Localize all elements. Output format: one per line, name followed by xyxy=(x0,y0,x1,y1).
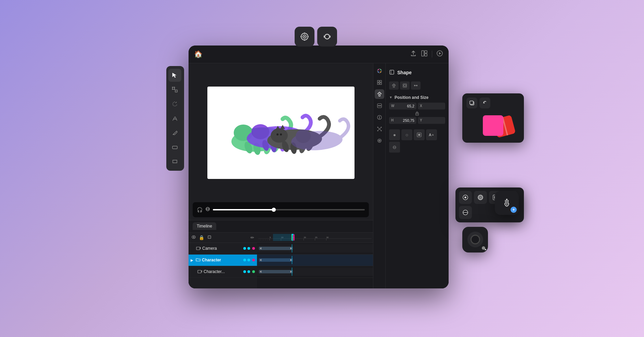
visibility-icon[interactable] xyxy=(207,235,212,241)
svg-rect-19 xyxy=(172,146,177,149)
pos-header[interactable]: ▼ Position and Size xyxy=(389,94,445,103)
svg-rect-57 xyxy=(196,247,200,250)
target-button[interactable] xyxy=(295,27,314,47)
floating-usb-btn[interactable]: + xyxy=(495,191,519,215)
panel-content: Shape xyxy=(386,63,449,288)
paint-tool[interactable] xyxy=(168,112,181,125)
svg-line-138 xyxy=(392,84,394,86)
layer-row-character[interactable]: ▶ Character xyxy=(189,255,257,266)
camera-sub-icon xyxy=(197,269,202,275)
h-label: H xyxy=(391,118,394,122)
shape-tool-3[interactable] xyxy=(411,81,421,90)
svg-rect-113 xyxy=(380,83,382,85)
pen-tool[interactable] xyxy=(168,126,181,139)
svg-rect-92 xyxy=(259,270,293,273)
home-button[interactable]: 🏠 xyxy=(194,50,203,58)
panel-icon-palette[interactable] xyxy=(375,66,384,76)
export-button[interactable] xyxy=(410,50,417,59)
timeline-body: 🔒 ✏ xyxy=(189,233,373,288)
pos-chevron: ▼ xyxy=(389,95,392,99)
transform-tool[interactable] xyxy=(168,83,181,96)
svg-point-52 xyxy=(208,209,209,210)
sync-button[interactable] xyxy=(317,27,337,47)
eraser-tool[interactable] xyxy=(168,141,181,154)
svg-point-166 xyxy=(505,200,506,201)
width-field[interactable]: W 65,2 xyxy=(389,103,416,109)
layer-row-character-sub[interactable]: Character... xyxy=(189,266,257,278)
shape-tool-1[interactable] xyxy=(389,81,399,90)
blend-btn-4[interactable]: A ▲ xyxy=(426,129,437,140)
x-field[interactable]: X xyxy=(418,103,445,109)
svg-line-129 xyxy=(378,127,379,128)
lock-button[interactable] xyxy=(415,111,420,116)
svg-point-143 xyxy=(414,85,415,86)
svg-point-107 xyxy=(380,69,381,70)
svg-point-14 xyxy=(172,89,173,90)
svg-line-139 xyxy=(394,84,396,86)
panel-icon-grid[interactable] xyxy=(375,78,384,87)
layer-row-camera[interactable]: Camera xyxy=(189,243,257,255)
track-row-character-sub xyxy=(257,266,373,278)
svg-point-105 xyxy=(377,69,382,73)
svg-rect-136 xyxy=(390,70,394,74)
svg-point-142 xyxy=(404,85,406,87)
blend-mode-1[interactable] xyxy=(459,191,472,204)
transport-icon-2 xyxy=(205,207,210,212)
pos-title: Position and Size xyxy=(395,95,428,100)
shape-tool-2[interactable] xyxy=(400,81,410,90)
lock-row xyxy=(389,111,445,116)
blend-mode-2[interactable] xyxy=(474,191,487,204)
layout-button[interactable] xyxy=(421,50,428,59)
header-divider xyxy=(432,51,432,57)
track-row-camera xyxy=(257,243,373,255)
character-sub-name: Character... xyxy=(204,269,242,274)
h-value: 250,75 xyxy=(395,118,414,122)
pencil-icon[interactable]: ✏ xyxy=(250,235,254,240)
panel-icon-plus[interactable] xyxy=(375,136,384,145)
svg-text:5: 5 xyxy=(270,236,271,238)
eye-icon[interactable] xyxy=(191,235,196,241)
svg-point-120 xyxy=(380,105,381,106)
svg-rect-87 xyxy=(259,258,293,262)
svg-line-114 xyxy=(377,92,379,94)
progress-track[interactable] xyxy=(213,209,365,210)
camera-dot-3 xyxy=(252,247,255,250)
blend-mode-5[interactable] xyxy=(459,206,472,219)
timeline-tab[interactable]: Timeline xyxy=(193,222,216,230)
camera-layer-icon xyxy=(196,246,201,251)
y-field[interactable]: Y xyxy=(418,117,445,124)
svg-rect-151 xyxy=(470,101,473,104)
transport-icon-1: 🎧 xyxy=(197,207,203,212)
rectangle-tool[interactable] xyxy=(168,155,181,168)
height-field[interactable]: H 250,75 xyxy=(389,117,416,124)
floating-camera-btn[interactable]: ▸ xyxy=(462,227,488,252)
blend-btn-5[interactable]: ⊖ xyxy=(389,142,400,153)
lock-icon[interactable]: 🔒 xyxy=(199,235,204,240)
blend-mode-buttons: ● ○ A ▲ xyxy=(389,129,445,153)
copy-icon-btn[interactable] xyxy=(466,98,477,108)
panel-icon-keyframe[interactable] xyxy=(375,101,384,111)
canvas-viewport xyxy=(189,63,373,202)
play-button[interactable] xyxy=(436,50,443,59)
undo-icon-btn[interactable] xyxy=(479,98,490,108)
svg-line-132 xyxy=(380,130,381,131)
shape-section: Shape xyxy=(389,67,445,80)
svg-text:20: 20 xyxy=(304,236,306,238)
svg-rect-23 xyxy=(425,54,427,56)
blend-btn-3[interactable] xyxy=(414,129,425,140)
shape-preview xyxy=(466,113,520,139)
svg-rect-116 xyxy=(379,94,380,96)
lasso-tool[interactable] xyxy=(168,98,181,111)
panel-icon-transform[interactable] xyxy=(375,124,384,134)
select-tool[interactable] xyxy=(168,69,181,82)
fp-header xyxy=(466,98,520,108)
panel-icon-info[interactable] xyxy=(375,113,384,122)
blend-btn-2[interactable]: ○ xyxy=(401,129,412,140)
blend-btn-1[interactable]: ● xyxy=(389,129,400,140)
character-dot-1 xyxy=(243,259,246,261)
svg-rect-82 xyxy=(259,247,293,250)
svg-point-13 xyxy=(174,87,175,88)
svg-point-42 xyxy=(276,133,279,135)
character-dot-2 xyxy=(247,259,250,261)
panel-icon-motion[interactable] xyxy=(375,89,384,99)
